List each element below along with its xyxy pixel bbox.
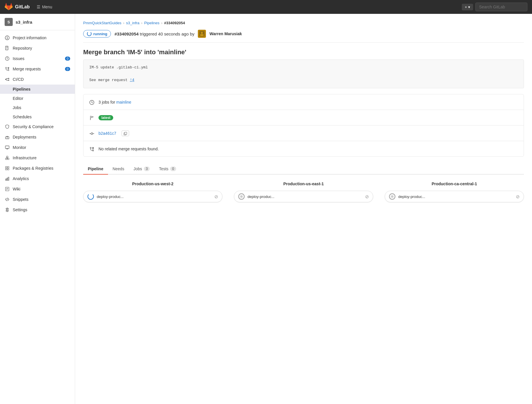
sidebar-item-packages-registries[interactable]: Packages & Registries bbox=[0, 163, 75, 173]
merge-request-link[interactable]: !4 bbox=[130, 78, 134, 82]
sidebar-item-infrastructure[interactable]: Infrastructure bbox=[0, 153, 75, 163]
breadcrumb-sep-3: › bbox=[161, 21, 162, 25]
job-item-3[interactable]: deploy-produc... ⊘ bbox=[385, 191, 524, 202]
sidebar-item-deployments[interactable]: Deployments bbox=[0, 132, 75, 142]
job-item-2[interactable]: deploy-produc... ⊘ bbox=[234, 191, 373, 202]
commit-line-2 bbox=[89, 71, 518, 77]
svg-point-10 bbox=[5, 67, 7, 68]
user-avatar bbox=[198, 30, 206, 38]
job-item-1[interactable]: deploy-produc... ⊘ bbox=[83, 191, 222, 202]
sidebar-item-jobs[interactable]: Jobs bbox=[0, 103, 75, 112]
sidebar-item-pipelines[interactable]: Pipelines bbox=[0, 85, 75, 94]
sidebar-item-cicd[interactable]: CI/CD bbox=[0, 74, 75, 85]
breadcrumb-sep-1: › bbox=[123, 21, 124, 25]
info-row-no-merge: No related merge requests found. bbox=[83, 141, 524, 156]
pipeline-id: #334092054 bbox=[114, 31, 138, 36]
no-merge-text: No related merge requests found. bbox=[98, 147, 159, 151]
jobs-text: 3 jobs for mainline bbox=[98, 100, 131, 104]
sidebar-item-merge-requests[interactable]: Merge requests 0 bbox=[0, 64, 75, 74]
svg-point-58 bbox=[391, 195, 393, 198]
sidebar-item-settings[interactable]: Settings bbox=[0, 205, 75, 215]
svg-line-45 bbox=[92, 102, 93, 103]
svg-point-39 bbox=[7, 209, 8, 211]
tab-needs[interactable]: Needs bbox=[108, 164, 129, 175]
stage-us-west-2: Production-us-west-2 deploy-produc... ⊘ bbox=[83, 182, 222, 202]
svg-point-47 bbox=[91, 133, 93, 134]
svg-point-41 bbox=[201, 32, 203, 34]
chevron-down-icon: ▾ bbox=[468, 5, 470, 9]
merge-icon-card bbox=[89, 146, 94, 152]
sidebar-label-repository: Repository bbox=[13, 46, 70, 50]
packages-icon bbox=[5, 166, 10, 171]
sidebar-item-repository[interactable]: Repository bbox=[0, 43, 75, 53]
jobs-count: 3 jobs for bbox=[98, 100, 116, 104]
stage-title-2: Production-us-east-1 bbox=[234, 182, 373, 186]
sidebar-item-analytics[interactable]: Analytics bbox=[0, 173, 75, 184]
menu-button[interactable]: ☰ Menu bbox=[37, 5, 52, 9]
sidebar-item-editor[interactable]: Editor bbox=[0, 94, 75, 103]
tab-pipeline[interactable]: Pipeline bbox=[83, 164, 108, 175]
pipeline-trigger-text: triggered 40 seconds ago by bbox=[140, 31, 194, 36]
infra-icon bbox=[5, 155, 10, 160]
commit-message-block: IM-5 update .gitlab-ci.yml See merge req… bbox=[83, 59, 524, 88]
job-status-running-icon bbox=[88, 193, 94, 200]
issues-icon bbox=[5, 56, 10, 61]
info-row-commit: b2a461c7 bbox=[83, 126, 524, 141]
sidebar-item-schedules[interactable]: Schedules bbox=[0, 112, 75, 121]
breadcrumb-pipelines[interactable]: Pipelines bbox=[144, 21, 159, 25]
commit-icon bbox=[89, 130, 94, 136]
merge-icon bbox=[5, 66, 10, 72]
pipeline-tabs: Pipeline Needs Jobs 3 Tests 0 bbox=[83, 164, 524, 175]
pipeline-status-badge: running bbox=[83, 30, 111, 38]
latest-badge: latest bbox=[98, 115, 113, 120]
svg-point-52 bbox=[90, 147, 91, 148]
sidebar-label-issues: Issues bbox=[13, 56, 62, 61]
branch-link[interactable]: mainline bbox=[116, 100, 131, 104]
sidebar-label-deployments: Deployments bbox=[13, 135, 70, 139]
job-status-waiting-icon-3 bbox=[389, 193, 395, 200]
sidebar-item-wiki[interactable]: Wiki bbox=[0, 184, 75, 194]
repo-icon bbox=[5, 46, 10, 51]
svg-rect-29 bbox=[5, 169, 7, 170]
sidebar-label-infrastructure: Infrastructure bbox=[13, 156, 70, 160]
commit-hash-link[interactable]: b2a461c7 bbox=[98, 131, 116, 136]
job-skip-icon-1: ⊘ bbox=[214, 194, 218, 199]
deployments-icon bbox=[5, 134, 10, 140]
running-spinner bbox=[87, 31, 92, 36]
breadcrumb: PmmQuickStartGuides › s3_infra › Pipelin… bbox=[83, 21, 524, 25]
breadcrumb-s3infra[interactable]: s3_infra bbox=[126, 21, 139, 25]
gitlab-logo[interactable]: GitLab bbox=[5, 3, 30, 11]
new-item-button[interactable]: + ▾ bbox=[462, 4, 473, 10]
svg-point-18 bbox=[7, 137, 8, 138]
snippets-icon bbox=[5, 197, 10, 202]
job-name-2: deploy-produc... bbox=[248, 194, 362, 199]
svg-rect-28 bbox=[8, 167, 9, 168]
info-row-latest: latest bbox=[83, 110, 524, 126]
svg-rect-1 bbox=[7, 38, 8, 39]
tab-tests[interactable]: Tests 0 bbox=[154, 164, 181, 175]
sidebar-item-monitor[interactable]: Monitor bbox=[0, 142, 75, 153]
shield-icon bbox=[5, 124, 10, 129]
sidebar-label-snippets: Snippets bbox=[13, 197, 70, 202]
svg-rect-24 bbox=[7, 156, 8, 158]
wiki-icon bbox=[5, 186, 10, 192]
sidebar-item-security-compliance[interactable]: Security & Compliance bbox=[0, 121, 75, 132]
issues-badge: 0 bbox=[65, 57, 70, 61]
breadcrumb-current: #334092054 bbox=[164, 21, 185, 25]
sidebar-label-merge-requests: Merge requests bbox=[13, 67, 62, 71]
jobs-tab-count: 3 bbox=[144, 167, 150, 171]
sidebar-item-snippets[interactable]: Snippets bbox=[0, 194, 75, 205]
monitor-icon bbox=[5, 145, 10, 150]
stage-us-east-1: Production-us-east-1 deploy-produc... ⊘ bbox=[234, 182, 373, 202]
sidebar: S s3_infra Project information Repositor… bbox=[0, 14, 75, 404]
sidebar-item-issues[interactable]: Issues 0 bbox=[0, 53, 75, 64]
breadcrumb-pmm[interactable]: PmmQuickStartGuides bbox=[83, 21, 121, 25]
sidebar-label-cicd: CI/CD bbox=[13, 77, 70, 82]
tab-jobs[interactable]: Jobs 3 bbox=[129, 164, 154, 175]
breadcrumb-sep-2: › bbox=[141, 21, 142, 25]
search-input[interactable] bbox=[475, 3, 527, 11]
sidebar-item-project-information[interactable]: Project information bbox=[0, 33, 75, 43]
pipeline-title: #334092054 triggered 40 seconds ago by bbox=[114, 31, 194, 36]
flag-icon bbox=[89, 115, 94, 121]
copy-commit-hash-button[interactable] bbox=[122, 130, 129, 136]
